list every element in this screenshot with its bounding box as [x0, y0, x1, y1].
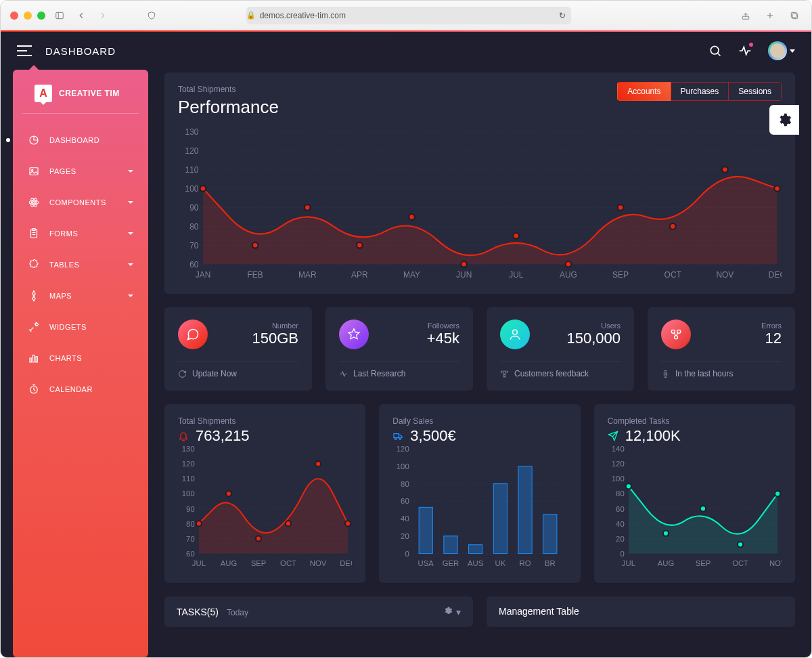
sidebar-item-label: CHARTS	[49, 354, 82, 362]
sidebar-item-components[interactable]: COMPONENTS	[13, 187, 148, 218]
stat-footer[interactable]: Last Research	[339, 361, 459, 378]
svg-text:JUL: JUL	[509, 270, 524, 280]
maximize-window-icon[interactable]	[37, 12, 45, 20]
svg-point-60	[618, 204, 624, 211]
svg-text:60: 60	[616, 505, 625, 513]
svg-text:NOV: NOV	[310, 560, 327, 568]
star-icon	[339, 320, 369, 349]
close-window-icon[interactable]	[10, 12, 18, 20]
stat-value: +45k	[427, 330, 459, 347]
stat-label: Users	[566, 322, 621, 330]
sidebar-item-charts[interactable]: CHARTS	[13, 343, 148, 374]
user-menu[interactable]	[768, 41, 795, 60]
svg-rect-125	[518, 466, 532, 554]
sidebar-item-pages[interactable]: PAGES	[13, 156, 148, 187]
svg-line-8	[718, 53, 721, 56]
sidebar-item-maps[interactable]: MAPS	[13, 280, 148, 311]
stat-footer[interactable]: In the last hours	[661, 361, 782, 378]
sidebar-item-tables[interactable]: TABLES	[13, 249, 148, 280]
tasks-card: Completed Tasks 12,100K 0204060801001201…	[594, 404, 795, 582]
sidebar-item-dashboard[interactable]: DASHBOARD	[13, 125, 148, 156]
search-icon[interactable]	[708, 44, 722, 58]
svg-point-100	[399, 438, 401, 440]
user-icon	[500, 320, 530, 349]
tab-sessions[interactable]: Sessions	[729, 82, 782, 101]
stat-value: 150,000	[566, 330, 621, 347]
svg-text:JUL: JUL	[192, 560, 206, 568]
new-tab-icon[interactable]	[763, 8, 777, 23]
svg-point-61	[670, 223, 676, 229]
chevron-down-icon	[128, 263, 133, 266]
svg-rect-122	[444, 536, 457, 554]
shield-icon[interactable]	[144, 8, 159, 23]
sidebar-item-label: COMPONENTS	[49, 198, 106, 206]
activity-icon[interactable]	[738, 44, 752, 58]
tab-accounts[interactable]: Accounts	[617, 82, 671, 101]
trophy-icon	[500, 370, 509, 378]
svg-rect-123	[469, 545, 482, 554]
minimize-window-icon[interactable]	[24, 12, 32, 20]
svg-text:110: 110	[185, 165, 199, 175]
svg-text:NOV: NOV	[769, 560, 782, 568]
svg-text:OCT: OCT	[664, 270, 682, 280]
svg-text:20: 20	[616, 535, 625, 543]
sidebar-item-widgets[interactable]: WIDGETS	[13, 311, 148, 343]
brand-logo-icon: A	[35, 85, 52, 102]
svg-point-55	[357, 242, 363, 248]
management-title: Management Table	[499, 606, 579, 617]
refresh-icon	[178, 370, 187, 378]
delivery-icon	[392, 431, 403, 441]
svg-rect-121	[419, 508, 432, 554]
tabs-icon[interactable]	[787, 8, 802, 23]
svg-text:OCT: OCT	[280, 560, 296, 568]
svg-text:120: 120	[185, 146, 199, 156]
pulse-icon	[339, 370, 348, 378]
svg-text:OCT: OCT	[732, 560, 748, 568]
settings-fab[interactable]	[769, 105, 799, 135]
stat-card-errors: Errors12In the last hours	[648, 307, 795, 391]
stat-footer[interactable]: Customers feedback	[500, 361, 621, 378]
svg-text:FEB: FEB	[247, 270, 263, 280]
forward-button[interactable]	[95, 8, 110, 23]
svg-text:60: 60	[186, 550, 195, 558]
svg-text:100: 100	[611, 475, 624, 483]
page-title: DASHBOARD	[45, 45, 116, 57]
sidebar-toggle-icon[interactable]	[52, 8, 67, 23]
reload-icon[interactable]: ↻	[559, 11, 566, 20]
svg-text:MAY: MAY	[403, 270, 420, 280]
molecule-icon	[661, 320, 691, 349]
svg-text:60: 60	[401, 498, 409, 506]
tab-purchases[interactable]: Purchases	[671, 82, 729, 101]
tasks-panel-gear-icon[interactable]: ▾	[444, 606, 461, 617]
svg-rect-6	[791, 12, 796, 18]
back-button[interactable]	[74, 8, 89, 23]
app-navbar: DASHBOARD	[1, 32, 811, 70]
bars-icon	[28, 352, 40, 364]
clock-icon	[28, 383, 40, 395]
tasks-panel-sub: Today	[227, 608, 248, 617]
sidebar-item-calendar[interactable]: CALENDAR	[13, 374, 148, 405]
management-panel: Management Table	[487, 596, 795, 627]
svg-rect-5	[792, 14, 798, 19]
svg-rect-22	[36, 357, 37, 362]
traffic-lights	[10, 12, 45, 20]
stat-footer[interactable]: Update Now	[178, 361, 298, 378]
svg-text:UK: UK	[495, 560, 506, 568]
stat-label: Followers	[427, 322, 459, 330]
address-bar[interactable]: 🔒 demos.creative-tim.com ↻	[246, 7, 571, 24]
tasks-panel-title: TASKS(5)	[177, 607, 219, 617]
browser-toolbar: 🔒 demos.creative-tim.com ↻	[1, 1, 811, 30]
svg-rect-126	[543, 514, 557, 554]
pin-icon	[28, 290, 40, 302]
brand[interactable]: A CREATIVE TIM	[22, 85, 139, 114]
svg-point-97	[315, 462, 321, 467]
send-icon	[608, 431, 618, 441]
menu-toggle-icon[interactable]	[17, 45, 32, 56]
svg-point-59	[566, 261, 572, 267]
svg-point-56	[409, 214, 415, 220]
sidebar-item-forms[interactable]: FORMS	[13, 218, 148, 249]
svg-line-68	[675, 333, 676, 336]
svg-text:AUS: AUS	[468, 560, 484, 568]
sales-value: 3,500€	[410, 427, 455, 445]
share-icon[interactable]	[738, 8, 753, 23]
